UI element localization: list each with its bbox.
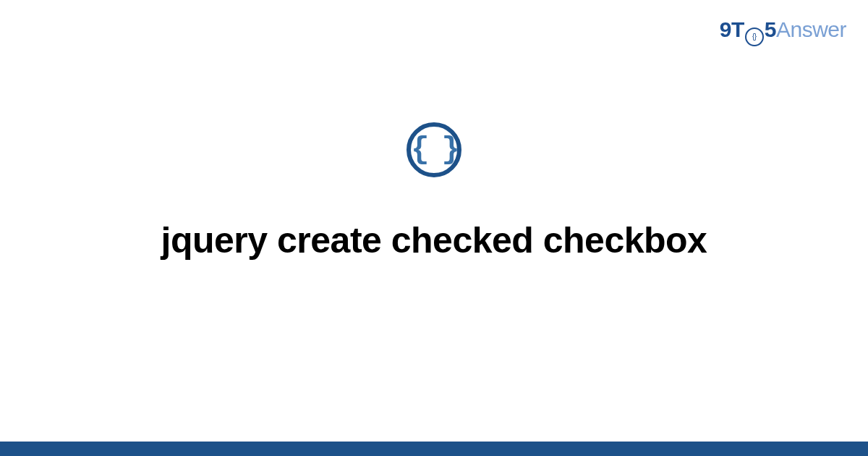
category-icon: { } (407, 122, 461, 177)
main-content: { } jquery create checked checkbox (0, 0, 868, 456)
braces-icon: { } (411, 135, 457, 165)
page-title: jquery create checked checkbox (161, 219, 707, 261)
footer-bar (0, 442, 868, 456)
